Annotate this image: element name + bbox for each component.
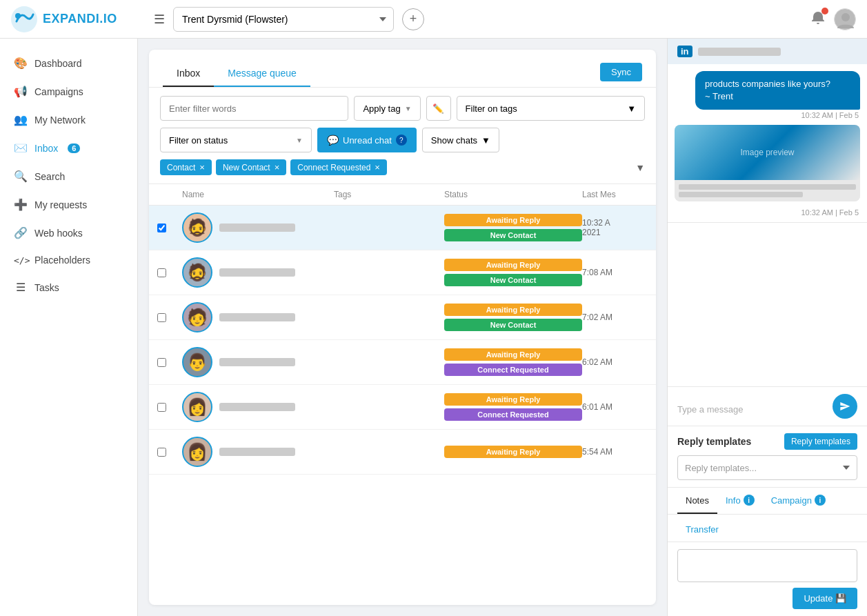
notes-tabs: Notes Info i Campaign i: [668, 488, 867, 515]
sidebar-item-placeholders[interactable]: </> Placeholders: [0, 248, 137, 272]
unread-chat-button[interactable]: 💬 Unread chat ?: [317, 128, 417, 152]
inbox-icon: ✉️: [14, 141, 28, 155]
status-awaiting-reply: Awaiting Reply: [444, 214, 582, 226]
sync-button[interactable]: Sync: [600, 63, 642, 81]
chat-timestamp-2: 10:32 AM | Feb 5: [668, 207, 867, 217]
add-account-button[interactable]: +: [402, 8, 424, 30]
row-status: Awaiting Reply: [444, 446, 582, 458]
tab-inbox[interactable]: Inbox: [163, 61, 214, 87]
sidebar-item-my-network[interactable]: 👥 My Network: [0, 106, 137, 133]
row-status: Awaiting Reply Connect Requested: [444, 348, 582, 376]
row-name-text: [219, 403, 295, 411]
sidebar-item-my-requests[interactable]: ➕ My requests: [0, 191, 137, 218]
th-status: Status: [444, 190, 582, 199]
chat-timestamp-1: 10:32 AM | Feb 5: [668, 110, 867, 119]
notification-icon[interactable]: [810, 10, 826, 28]
status-awaiting-reply: Awaiting Reply: [444, 259, 582, 271]
tab-transfer[interactable]: Transfer: [677, 517, 857, 542]
row-checkbox[interactable]: [157, 358, 182, 367]
remove-tag-new-contact[interactable]: ×: [275, 162, 280, 172]
status-new-contact: New Contact: [444, 319, 582, 331]
table-row[interactable]: 👨 Awaiting Reply Connect Requested 6:02 …: [149, 340, 656, 385]
row-name-cell: 🧔: [182, 212, 334, 243]
notes-content: Update 💾: [668, 542, 867, 616]
show-chats-button[interactable]: Show chats ▼: [422, 128, 499, 152]
table-row[interactable]: 🧔 Awaiting Reply New Contact 10:32 A2021: [149, 206, 656, 250]
unread-info: ?: [396, 135, 407, 146]
update-button[interactable]: Update 💾: [793, 588, 857, 609]
table-row[interactable]: 🧑 Awaiting Reply New Contact 7:02 AM: [149, 295, 656, 340]
filter-on-tags-button[interactable]: Filter on tags ▼: [457, 96, 645, 121]
logo-icon: [11, 6, 37, 32]
main-layout: 🎨 Dashboard 📢 Campaigns 👥 My Network ✉️ …: [0, 39, 867, 616]
row-time: 5:54 AM: [582, 447, 656, 457]
status-chevron: ▼: [296, 137, 303, 144]
svg-point-1: [15, 13, 21, 19]
tab-notes[interactable]: Notes: [677, 488, 717, 514]
tab-message-queue[interactable]: Message queue: [214, 61, 310, 87]
filter-on-status-button[interactable]: Filter on status ▼: [160, 128, 312, 152]
row-checkbox[interactable]: [157, 268, 182, 277]
tasks-icon: ☰: [14, 281, 28, 294]
hamburger-icon[interactable]: ☰: [154, 12, 165, 27]
chat-image-caption: [675, 180, 860, 201]
sidebar-item-dashboard[interactable]: 🎨 Dashboard: [0, 50, 137, 77]
reply-templates-select[interactable]: Reply templates...: [677, 455, 857, 480]
sidebar-item-tasks[interactable]: ☰ Tasks: [0, 274, 137, 301]
row-status: Awaiting Reply New Contact: [444, 259, 582, 286]
sidebar-label-campaigns: Campaigns: [34, 86, 83, 97]
my-network-icon: 👥: [14, 113, 28, 126]
user-avatar[interactable]: [834, 8, 856, 30]
row-checkbox[interactable]: [157, 313, 182, 322]
edit-tag-button[interactable]: ✏️: [426, 96, 451, 121]
logo-area: EXPANDI.IO: [11, 6, 146, 32]
tab-campaign[interactable]: Campaign i: [763, 488, 834, 514]
tab-info[interactable]: Info i: [717, 488, 763, 514]
sidebar-item-campaigns[interactable]: 📢 Campaigns: [0, 78, 137, 105]
apply-tag-button[interactable]: Apply tag ▼: [354, 96, 420, 121]
linkedin-logo: in: [677, 46, 692, 57]
sidebar-item-search[interactable]: 🔍 Search: [0, 163, 137, 190]
row-name-text: [219, 223, 295, 232]
active-tag-connect-requested: Connect Requested ×: [290, 159, 387, 175]
remove-tag-contact[interactable]: ×: [199, 162, 205, 172]
chat-bubble: products companies like yours? ~ Trent: [695, 71, 860, 110]
remove-tag-connect-requested[interactable]: ×: [375, 162, 380, 172]
row-avatar: 🧑: [182, 302, 212, 332]
sidebar-label-web-hooks: Web hooks: [34, 228, 83, 239]
reply-templates-button[interactable]: Reply templates: [784, 433, 857, 450]
filter-expand-icon[interactable]: ▼: [635, 162, 645, 173]
th-checkbox: [157, 190, 182, 199]
table-row[interactable]: 👩 Awaiting Reply Connect Requested 6:01 …: [149, 385, 656, 430]
inbox-table: Name Tags Status Last Mes 🧔 Awaiting Rep…: [149, 184, 656, 605]
notes-area: Notes Info i Campaign i Transfer: [668, 487, 867, 616]
status-awaiting-reply: Awaiting Reply: [444, 393, 582, 406]
row-checkbox[interactable]: [157, 403, 182, 412]
table-row[interactable]: 👩 Awaiting Reply 5:54 AM: [149, 430, 656, 475]
sidebar-item-web-hooks[interactable]: 🔗 Web hooks: [0, 219, 137, 246]
send-button[interactable]: [833, 394, 857, 419]
status-awaiting-reply: Awaiting Reply: [444, 446, 582, 458]
th-tags: Tags: [334, 190, 444, 199]
message-area: Type a message: [668, 386, 867, 426]
linkedin-header: in: [668, 39, 867, 64]
sidebar-label-dashboard: Dashboard: [34, 58, 82, 69]
row-checkbox[interactable]: [157, 448, 182, 457]
placeholders-icon: </>: [14, 255, 28, 266]
message-row: Type a message: [677, 394, 857, 419]
account-selector[interactable]: Trent Dyrsmid (Flowster): [173, 7, 394, 32]
row-checkbox[interactable]: [157, 223, 182, 232]
chat-image: Image preview: [675, 125, 860, 180]
status-new-contact: New Contact: [444, 229, 582, 241]
filter-words-input[interactable]: [160, 96, 348, 121]
row-time: 7:02 AM: [582, 312, 656, 322]
sidebar-label-tasks: Tasks: [34, 282, 59, 293]
sidebar-label-inbox: Inbox: [34, 143, 58, 154]
svg-point-0: [11, 6, 37, 32]
inbox-badge: 6: [68, 143, 80, 153]
svg-point-2: [841, 13, 850, 21]
notes-textarea[interactable]: [677, 549, 857, 582]
sidebar-item-inbox[interactable]: ✉️ Inbox 6: [0, 135, 137, 161]
row-name-cell: 👩: [182, 392, 334, 422]
table-row[interactable]: 🧔 Awaiting Reply New Contact 7:08 AM: [149, 250, 656, 295]
